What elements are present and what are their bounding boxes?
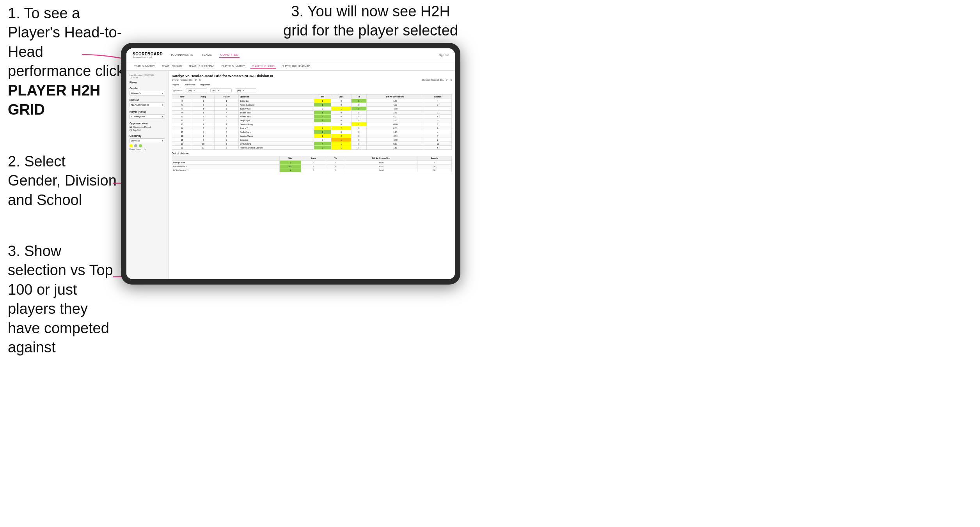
subnav-team-h2h-heatmap[interactable]: TEAM H2H HEATMAP [187, 64, 216, 69]
cell-opponent: Emily Chang [239, 142, 314, 146]
out-cell-tie: 0 [326, 161, 345, 164]
cell-tie: 0 [351, 103, 366, 107]
radio-top100[interactable]: Top 100 [130, 129, 165, 131]
cell-diff: 0.38 [366, 126, 424, 130]
subnav-player-summary[interactable]: PLAYER SUMMARY [220, 64, 247, 69]
cell-div: 9 [172, 111, 192, 115]
step1-bold: PLAYER H2H GRID [8, 82, 100, 118]
colour-by-select[interactable]: Win/loss ▼ [130, 138, 165, 143]
cell-tie: 0 [351, 111, 366, 115]
brand-name: SCOREBOARD [133, 52, 163, 56]
cell-win: 0 [314, 138, 331, 142]
table-row: 9 1 4 Sharon Mun 1 0 0 3.67 3 [172, 111, 452, 115]
radio-label-opponents: Opponents Played [133, 126, 151, 128]
cell-rounds: 3 [424, 111, 452, 115]
overall-record: Overall Record: 353 - 34 - 6 [172, 79, 201, 81]
out-cell-win: 15 [279, 164, 301, 168]
cell-rounds [424, 107, 452, 111]
player-section: Player [130, 81, 165, 84]
table-row: 6 3 3 Sydney Kuo 0 1 1 -1.00 [172, 107, 452, 111]
cell-win: 1 [314, 134, 331, 138]
division-select[interactable]: NCAA Division III ▼ [130, 103, 165, 107]
cell-win: 1 [314, 130, 331, 134]
conference-select[interactable]: (All)▼ [210, 88, 232, 92]
radio-opponents-played[interactable]: Opponents Played [130, 126, 165, 128]
cell-div: 10 [172, 115, 192, 118]
colour-dot-up [139, 144, 142, 147]
cell-rounds: 4 [424, 99, 452, 103]
cell-win: 1 [314, 111, 331, 115]
cell-rounds: 7 [424, 134, 452, 138]
cell-diff: 0.30 [366, 142, 424, 146]
cell-diff: 4.00 [366, 115, 424, 118]
out-cell-diff: 7.400 [345, 168, 417, 172]
table-row: 13 1 1 Jessica Huang 0 0 2 -3.00 2 [172, 122, 452, 126]
cell-loss: 0 [331, 111, 351, 115]
gender-select[interactable]: Women's ▼ [130, 91, 165, 95]
cell-div: 13 [172, 122, 192, 126]
cell-reg: 8 [192, 130, 215, 134]
out-cell-team: NCAA Division 2 [172, 168, 280, 172]
region-label: Region [172, 83, 179, 86]
cell-rounds: 6 [424, 146, 452, 150]
cell-opponent: Heejo Hyun [239, 118, 314, 122]
player-rank-dropdown-icon: ▼ [162, 115, 163, 118]
cell-conf: 4 [215, 111, 239, 115]
cell-div: 6 [172, 107, 192, 111]
sign-out-link[interactable]: Sign out [439, 54, 449, 57]
cell-win: 1 [314, 99, 331, 103]
cell-opponent: Eunice Yi [239, 126, 314, 130]
nav-tournaments[interactable]: TOURNAMENTS [169, 52, 195, 58]
colour-label-level: Level [137, 148, 141, 150]
opponent-select[interactable]: (All)▼ [235, 88, 256, 92]
cell-win: 2 [314, 115, 331, 118]
out-table-row: Foreign Team 1 0 0 4.500 2 [172, 161, 452, 164]
cell-div: 19 [172, 142, 192, 146]
nav-committee[interactable]: COMMITTEE [219, 52, 240, 58]
nav-right: Sign out [439, 54, 449, 57]
cell-conf: 7 [215, 146, 239, 150]
cell-opponent: Sharon Mun [239, 111, 314, 115]
subnav-team-summary[interactable]: TEAM SUMMARY [133, 64, 156, 69]
conference-filter: Conference [184, 83, 195, 87]
cell-opponent: Sydney Kuo [239, 107, 314, 111]
cell-conf: 1 [215, 122, 239, 126]
colour-legend-labels: Down Level Up [130, 148, 165, 150]
division-label: Division [130, 99, 165, 101]
step3-right-text: 3. You will now see H2H grid for the pla… [283, 3, 458, 39]
cell-tie: 0 [351, 130, 366, 134]
subnav-player-h2h-grid[interactable]: PLAYER H2H GRID [250, 64, 276, 69]
cell-rounds: 3 [424, 103, 452, 107]
cell-loss: 0 [331, 103, 351, 107]
cell-rounds: 3 [424, 118, 452, 122]
table-row: 5 2 2 Alexis Sudijianto 1 0 0 4.00 3 [172, 103, 452, 107]
table-row: 11 2 5 Heejo Hyun 1 0 0 3.33 3 [172, 118, 452, 122]
cell-rounds: 2 [424, 122, 452, 126]
colour-label-up: Up [144, 148, 146, 150]
cell-win: 0 [314, 107, 331, 111]
main-data-table: # Div # Reg # Conf Opponent Win Loss Tie… [172, 94, 452, 150]
cell-loss: 0 [331, 122, 351, 126]
main-content: Last Updated: 27/03/2024 16:55:38 Player… [126, 71, 455, 279]
navbar: SCOREBOARD Powered by clippd TOURNAMENTS… [126, 48, 455, 62]
out-cell-tie: 0 [326, 168, 345, 172]
player-rank-select[interactable]: 8. Katelyn Vo ▼ [130, 114, 165, 119]
cell-loss: 0 [331, 115, 351, 118]
nav-teams[interactable]: TEAMS [200, 52, 213, 58]
subnav-team-h2h-grid[interactable]: TEAM H2H GRID [160, 64, 183, 69]
cell-div: 14 [172, 126, 192, 130]
cell-diff: -0.94 [366, 134, 424, 138]
out-cell-team: NAIA Division 1 [172, 164, 280, 168]
out-cell-tie: 0 [326, 164, 345, 168]
cell-diff: 3.67 [366, 111, 424, 115]
region-select[interactable]: (All)▼ [186, 88, 207, 92]
cell-tie: 0 [351, 126, 366, 130]
subnav-player-h2h-heatmap[interactable]: PLAYER H2H HEATMAP [280, 64, 312, 69]
out-cell-team: Foreign Team [172, 161, 280, 164]
out-cell-rounds: 2 [417, 161, 451, 164]
cell-loss: 0 [331, 118, 351, 122]
table-row: 16 1 3 Jessica Mason 1 2 0 -0.94 7 [172, 134, 452, 138]
cell-loss: 2 [331, 134, 351, 138]
cell-div: 15 [172, 130, 192, 134]
cell-loss: 1 [331, 107, 351, 111]
